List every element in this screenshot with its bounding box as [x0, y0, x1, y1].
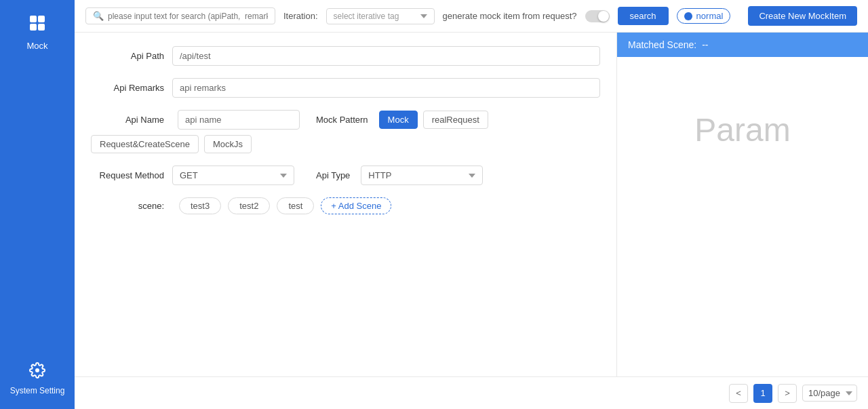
matched-scene-value: --	[702, 39, 708, 50]
sidebar-setting-label: System Setting	[10, 386, 65, 395]
search-button[interactable]: search	[618, 7, 669, 25]
api-type-group: Api Type HTTP HTTPS	[316, 165, 483, 185]
svg-rect-1	[38, 16, 45, 22]
scene-label: scene:	[91, 201, 172, 211]
search-box[interactable]: 🔍	[85, 7, 275, 24]
form-area: Api Path Api Remarks Api Name Mock Patte…	[75, 33, 868, 376]
sidebar-mock-item[interactable]: Mock	[26, 14, 47, 51]
param-text: Param	[694, 111, 790, 149]
sidebar-setting-item[interactable]: System Setting	[10, 362, 65, 395]
generate-label: generate mock item from request?	[443, 11, 577, 21]
method-type-row: Request Method GET POST PUT DELETE Api T…	[91, 165, 600, 185]
matched-scene-header: Matched Scene: --	[617, 33, 868, 57]
search-icon: 🔍	[93, 11, 104, 21]
api-remarks-input[interactable]	[172, 78, 600, 98]
main-content: 🔍 Iteration: select iterative tag genera…	[75, 0, 868, 409]
api-name-input[interactable]	[178, 110, 300, 130]
api-remarks-row: Api Remarks	[91, 78, 600, 98]
bottom-bar: < 1 > 10/page 20/page 50/page	[75, 376, 868, 409]
form-left: Api Path Api Remarks Api Name Mock Patte…	[75, 33, 617, 376]
sidebar-mock-label: Mock	[26, 41, 47, 51]
api-name-label: Api Name	[91, 115, 172, 125]
scene-tag-test3[interactable]: test3	[179, 197, 221, 214]
matched-scene-label: Matched Scene:	[628, 39, 696, 50]
api-type-label: Api Type	[316, 170, 350, 180]
settings-icon	[29, 362, 45, 382]
pagination-current-page[interactable]: 1	[753, 384, 772, 403]
sidebar: Mock System Setting	[0, 0, 75, 409]
mock-icon	[28, 14, 47, 37]
toolbar: 🔍 Iteration: select iterative tag genera…	[75, 0, 868, 33]
api-path-label: Api Path	[91, 51, 172, 61]
toggle-knob	[598, 11, 609, 22]
svg-rect-3	[38, 24, 45, 31]
pattern-request-createscene-button[interactable]: Request&CreateScene	[91, 135, 199, 153]
request-method-group: Request Method GET POST PUT DELETE	[91, 165, 294, 185]
generate-toggle[interactable]	[585, 10, 610, 22]
normal-label: normal	[696, 11, 724, 21]
right-panel: Matched Scene: -- Param	[617, 33, 868, 376]
add-scene-button[interactable]: + Add Scene	[321, 197, 391, 214]
mock-pattern-label: Mock Pattern	[316, 115, 368, 125]
page-size-select[interactable]: 10/page 20/page 50/page	[802, 385, 857, 402]
scene-tag-test[interactable]: test	[277, 197, 314, 214]
search-input[interactable]	[108, 12, 268, 21]
api-path-row: Api Path	[91, 46, 600, 66]
create-mockitem-button[interactable]: Create New MockItem	[748, 6, 857, 26]
pattern-mockjs-button[interactable]: MockJs	[204, 135, 252, 153]
request-method-label: Request Method	[91, 170, 172, 180]
pattern-realrequest-button[interactable]: realRequest	[423, 111, 488, 129]
pagination-next-button[interactable]: >	[778, 384, 797, 403]
iteration-select[interactable]: select iterative tag	[326, 8, 435, 24]
pattern-mock-button[interactable]: Mock	[379, 111, 418, 129]
svg-rect-0	[30, 16, 37, 22]
svg-rect-2	[30, 24, 37, 31]
param-area: Param	[617, 57, 868, 376]
api-path-input[interactable]	[172, 46, 600, 66]
normal-toggle[interactable]: normal	[677, 8, 731, 24]
normal-dot-icon	[684, 12, 692, 20]
api-type-select[interactable]: HTTP HTTPS	[361, 165, 483, 185]
request-method-select[interactable]: GET POST PUT DELETE	[172, 165, 294, 185]
pagination-prev-button[interactable]: <	[729, 384, 748, 403]
api-name-mock-pattern-row: Api Name Mock Pattern Mock realRequest R…	[91, 110, 600, 153]
scene-row: scene: test3 test2 test + Add Scene	[91, 197, 600, 214]
api-remarks-label: Api Remarks	[91, 83, 172, 93]
iteration-label: Iteration:	[283, 11, 318, 21]
scene-tag-test2[interactable]: test2	[228, 197, 270, 214]
